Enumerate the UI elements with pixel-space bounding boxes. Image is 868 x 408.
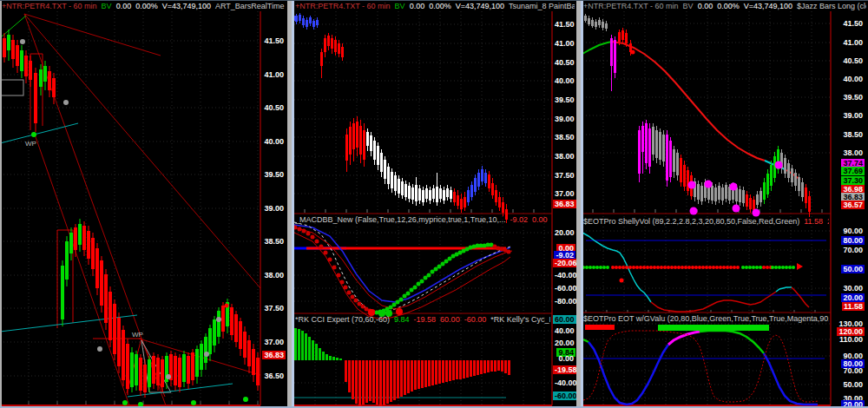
- price-label-text: 41.00: [841, 38, 865, 47]
- price-label-text: 39.50: [841, 93, 865, 102]
- panel3-indicator-header-2: $EOTPro EOT w/GValu (20,80,Blue,Green,Tr…: [583, 313, 829, 324]
- price-label-text: 80.00: [841, 236, 865, 245]
- price-label: 38.00: [262, 271, 286, 280]
- price-label: 37.50: [553, 171, 575, 180]
- header-text: 0.00: [698, 2, 713, 10]
- window-divider-2[interactable]: [576, 0, 583, 408]
- price-label-text: 40.00: [553, 326, 576, 335]
- price-label-text: 70.00: [841, 366, 865, 375]
- price-label-text: 39.50: [553, 95, 576, 104]
- svg-text:WP: WP: [132, 331, 143, 339]
- price-label: 40.00: [553, 76, 575, 85]
- header-text: V=43,749,100: [456, 2, 504, 10]
- price-label: -40.00: [553, 271, 575, 280]
- indicator-header-text: -19.58: [414, 315, 437, 324]
- price-label: 39.50: [832, 93, 865, 102]
- price-marker: 37.30: [832, 176, 865, 185]
- price-label: 41.50: [262, 36, 286, 45]
- header-text: BV: [102, 2, 112, 10]
- price-label: 38.00: [832, 148, 865, 157]
- price-label-text: 36.57: [841, 201, 865, 209]
- price-label-text: 70.00: [841, 246, 865, 254]
- price-label-text: 41.00: [553, 39, 576, 48]
- frame-strip-3: [0, 0, 868, 1]
- price-label: 39.00: [553, 115, 575, 123]
- header-text: +NTR:PETR4.TXT - 60 min: [2, 2, 97, 10]
- price-label: 20.00: [553, 228, 575, 237]
- price-label-text: 90.00: [841, 227, 865, 235]
- price-label: 40.50: [262, 103, 286, 112]
- price-marker: -60.00: [553, 392, 575, 400]
- price-label: 39.50: [262, 170, 286, 179]
- price-label-text: 30.00: [841, 284, 865, 293]
- price-marker: 37.69: [832, 167, 865, 175]
- header-text: 0.00: [410, 2, 425, 10]
- indicator-header-text: 0.00: [532, 215, 548, 224]
- indicator-header-text: -60.00: [464, 315, 487, 324]
- price-marker: 80.00: [832, 236, 865, 245]
- price-label-text: 36.83: [262, 351, 286, 359]
- price-label-text: 39.50: [262, 170, 286, 179]
- price-label-text: -40.00: [553, 378, 579, 387]
- price-label: 41.00: [262, 70, 286, 79]
- charts-canvas[interactable]: WPWP: [0, 0, 868, 408]
- price-label: 38.00: [553, 152, 575, 161]
- price-label-text: 37.50: [553, 171, 576, 180]
- panel3-indicator-header-1: $EOTPro ShellyVol (89,2.2,2.8,2,3,20,80,…: [583, 216, 829, 227]
- header-text: 0.00%: [135, 2, 158, 10]
- price-label-text: 40.00: [262, 137, 286, 146]
- price-label: 41.00: [832, 38, 865, 47]
- price-label: 36.50: [262, 372, 286, 380]
- price-label-text: 38.50: [553, 133, 576, 141]
- panel2-indicator-header-1: _MACDBB_New (False,True,12,26,myprice,tr…: [295, 214, 550, 225]
- price-label: 70.00: [832, 246, 865, 254]
- price-label-text: 40.50: [262, 103, 286, 112]
- window-divider-1[interactable]: [287, 0, 294, 408]
- price-label-text: -20.06: [553, 259, 579, 267]
- price-label: 38.50: [832, 130, 865, 139]
- price-label-text: 37.00: [262, 338, 286, 346]
- price-label-text: 37.00: [553, 189, 576, 198]
- price-marker: -19.58: [553, 365, 575, 374]
- price-label: 41.00: [553, 39, 575, 48]
- price-label-text: 50.00: [841, 380, 865, 389]
- price-label: 70.00: [832, 366, 865, 375]
- price-label: 40.50: [832, 56, 865, 65]
- price-label: -40.00: [553, 378, 575, 387]
- price-label: 37.50: [262, 304, 286, 313]
- price-label-text: 41.00: [262, 70, 286, 79]
- indicator-header-text: 9.84: [394, 315, 410, 324]
- price-label-text: 38.00: [262, 271, 286, 280]
- header-text: +NTR:PETR4.TXT - 60 min: [583, 2, 679, 10]
- price-label: 41.50: [832, 19, 865, 28]
- price-label: 40.00: [832, 75, 865, 83]
- panel3-header: +NTR:PETR4.TXT - 60 minBV0.000.00%V=43,7…: [583, 1, 866, 11]
- price-label: 110.00: [832, 335, 865, 344]
- header-text: +NTR:PETR4.TXT - 60 min: [295, 2, 391, 10]
- price-label-text: 37.50: [262, 304, 286, 313]
- price-label-text: 0.00: [556, 354, 575, 363]
- header-text: BV: [395, 2, 405, 10]
- price-label-text: 36.50: [262, 372, 286, 380]
- header-text: 0.00: [116, 2, 132, 10]
- price-label-text: 38.50: [841, 130, 865, 139]
- indicator-header-text: *RK Kelly's Cyc_Id 2 (0,3,4,5,01,True,Tr…: [490, 315, 550, 324]
- price-marker: 36.83: [553, 200, 575, 208]
- price-label: 40.00: [553, 326, 575, 335]
- price-marker: 50.00: [832, 265, 865, 273]
- panel2-indicator-header-2: *RK CCI Expert (70,60,-60)9.84-19.5860.0…: [295, 314, 550, 325]
- price-label: -80.00: [553, 297, 575, 306]
- price-label-text: -40.00: [553, 271, 579, 280]
- indicator-header-text: $EOTPro EOT w/GValu (20,80,Blue,Green,Tr…: [583, 314, 829, 323]
- price-label-text: 40.00: [841, 75, 865, 83]
- price-label-text: -60.00: [553, 284, 579, 293]
- price-label-text: 20.00: [553, 339, 576, 347]
- price-label-text: 20.00: [553, 228, 576, 237]
- price-label: 40.00: [262, 137, 286, 146]
- price-marker: 36.83: [262, 351, 286, 359]
- indicator-header-text: 11.58: [804, 217, 823, 226]
- price-label-text: 39.00: [841, 111, 865, 120]
- price-label: 37.00: [262, 338, 286, 346]
- price-label-text: 60.00: [553, 315, 576, 324]
- price-marker: 20.00: [832, 293, 865, 302]
